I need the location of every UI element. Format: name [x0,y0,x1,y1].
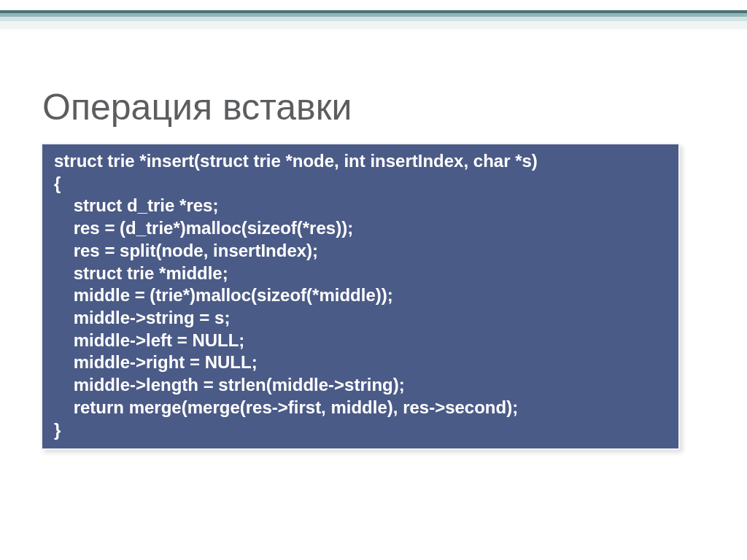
code-line: middle->length = strlen(middle->string); [54,374,667,397]
top-decoration [0,10,747,29]
code-block: struct trie *insert(struct trie *node, i… [41,143,680,450]
code-line: middle->string = s; [54,307,667,330]
code-line: } [54,419,667,442]
code-line: struct trie *middle; [54,262,667,285]
stripe-pale [0,21,747,29]
code-box: struct trie *insert(struct trie *node, i… [41,143,680,450]
code-line: struct d_trie *res; [54,195,667,217]
code-line: { [54,173,667,195]
code-line: middle->left = NULL; [54,330,667,352]
slide-title: Операция вставки [42,86,352,128]
code-line: return merge(merge(res->first, middle), … [54,397,667,419]
code-line: middle = (trie*)malloc(sizeof(*middle)); [54,284,667,307]
code-line: res = (d_trie*)malloc(sizeof(*res)); [54,217,667,240]
slide: Операция вставки struct trie *insert(str… [0,0,747,560]
code-line: middle->right = NULL; [54,351,667,374]
code-line: res = split(node, insertIndex); [54,240,667,262]
code-line: struct trie *insert(struct trie *node, i… [54,150,667,173]
